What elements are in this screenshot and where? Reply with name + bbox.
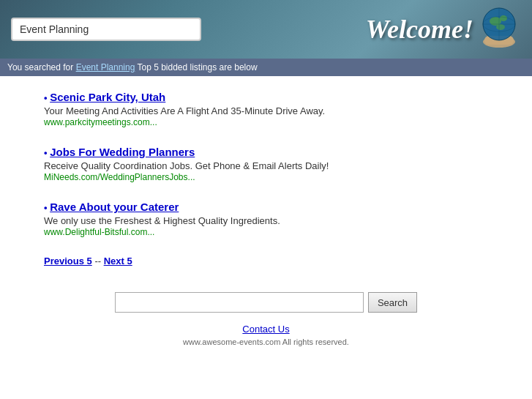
search-info-prefix: You searched for <box>7 62 76 72</box>
svg-point-5 <box>500 15 507 21</box>
listing-link[interactable]: Rave About your Caterer <box>50 201 179 213</box>
search-info-suffix: Top 5 bidded listings are below <box>135 62 257 72</box>
bottom-search-input[interactable] <box>115 292 364 313</box>
copyright-text: www.awesome-events.com All rights reserv… <box>0 338 532 346</box>
pagination-separator: -- <box>92 256 104 266</box>
next-page-link[interactable]: Next 5 <box>104 256 132 266</box>
svg-point-6 <box>496 24 505 30</box>
header: Welcome! <box>0 0 532 59</box>
globe-icon <box>477 4 525 51</box>
pagination: Previous 5 -- Next 5 <box>44 256 488 266</box>
bottom-search-area: Search <box>0 292 532 313</box>
listing-title: Rave About your Caterer <box>44 201 488 213</box>
listing-description: We only use the Freshest & Highest Quali… <box>44 215 488 226</box>
listing-description: Your Meeting And Activities Are A Flight… <box>44 105 488 116</box>
main-content: Scenic Park City, Utah Your Meeting And … <box>0 76 532 292</box>
listing-url: MiNeeds.com/WeddingPlannersJobs... <box>44 171 488 182</box>
footer: Contact Us www.awesome-events.com All ri… <box>0 324 532 354</box>
previous-page-link[interactable]: Previous 5 <box>44 256 92 266</box>
listing-item: Scenic Park City, Utah Your Meeting And … <box>44 91 488 127</box>
listing-url: www.parkcitymeetings.com... <box>44 116 488 127</box>
listing-description: Receive Quality Coordination Jobs. Get P… <box>44 160 488 171</box>
listing-link[interactable]: Scenic Park City, Utah <box>50 91 165 103</box>
contact-us-link[interactable]: Contact Us <box>242 324 289 335</box>
listing-url-link[interactable]: MiNeeds.com/WeddingPlannersJobs... <box>44 172 195 182</box>
listing-title: Scenic Park City, Utah <box>44 91 488 103</box>
listing-item: Rave About your Caterer We only use the … <box>44 201 488 237</box>
search-button[interactable]: Search <box>368 292 417 313</box>
listing-url: www.Delightful-Bitsful.com... <box>44 226 488 237</box>
listing-item: Jobs For Wedding Planners Receive Qualit… <box>44 146 488 182</box>
listing-link[interactable]: Jobs For Wedding Planners <box>50 146 195 158</box>
search-info-bar: You searched for Event Planning Top 5 bi… <box>0 59 532 76</box>
listing-title: Jobs For Wedding Planners <box>44 146 488 158</box>
search-info-link[interactable]: Event Planning <box>76 62 135 72</box>
welcome-heading: Welcome! <box>366 14 473 45</box>
header-search-input[interactable] <box>11 18 201 41</box>
listing-url-link[interactable]: www.parkcitymeetings.com... <box>44 117 157 127</box>
listing-url-link[interactable]: www.Delightful-Bitsful.com... <box>44 227 154 237</box>
